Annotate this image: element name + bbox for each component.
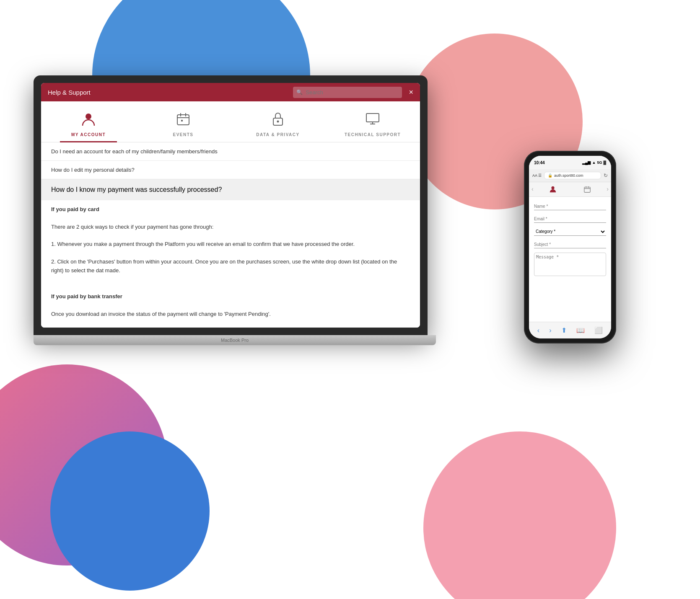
message-textarea[interactable] <box>534 253 606 276</box>
back-arrow-icon[interactable]: ‹ <box>529 184 536 195</box>
name-field <box>534 202 606 210</box>
tab-my-account[interactable]: MY ACCOUNT <box>41 111 136 142</box>
help-content: Do I need an account for each of my chil… <box>41 142 420 328</box>
refresh-icon[interactable]: ↻ <box>604 173 608 178</box>
svg-point-11 <box>552 186 555 189</box>
faq-question-2: How do I edit my personal details? <box>51 167 135 173</box>
tab-data-privacy-label: DATA & PRIVACY <box>256 132 299 137</box>
share-icon[interactable]: ⬆ <box>558 325 570 336</box>
iphone-tab-calendar[interactable] <box>570 184 604 195</box>
person-icon <box>81 111 96 130</box>
macbook-label: MacBook Pro <box>221 338 249 343</box>
category-select[interactable]: Category * <box>534 227 606 236</box>
tabs-icon[interactable]: ⬜ <box>591 325 606 336</box>
svg-rect-5 <box>181 120 183 121</box>
help-body: MY ACCOUNT <box>41 101 420 328</box>
svg-point-0 <box>86 114 91 119</box>
iphone-signals: ▂▄▆ ▲ 5G ▓ <box>582 160 606 165</box>
battery-icon: ▓ <box>603 160 606 165</box>
wifi-icon: ▲ <box>592 160 596 165</box>
browser-back-btn[interactable]: ‹ <box>534 325 543 336</box>
forward-arrow-icon[interactable]: › <box>604 184 611 195</box>
search-input[interactable] <box>293 87 402 98</box>
tab-my-account-label: MY ACCOUNT <box>71 132 106 137</box>
tab-data-privacy[interactable]: DATA & PRIVACY <box>231 111 325 142</box>
help-window: Help & Support 🔍 × <box>41 83 420 328</box>
svg-rect-8 <box>366 114 379 122</box>
search-wrapper: 🔍 <box>293 87 402 98</box>
name-input[interactable] <box>534 203 606 210</box>
signal-bars-icon: ▂▄▆ <box>582 160 591 165</box>
faq-item-2[interactable]: How do I edit my personal details? <box>41 161 420 179</box>
iphone-bottom-bar: ‹ › ⬆ 📖 ⬜ <box>529 322 611 338</box>
tab-technical-support-label: TECHNICAL SUPPORT <box>345 132 401 137</box>
subject-field <box>534 240 606 248</box>
help-tabs: MY ACCOUNT <box>41 101 420 142</box>
answer-para-1: There are 2 quick ways to check if your … <box>51 223 410 232</box>
blob-blue-bottom <box>50 431 210 591</box>
lock-icon <box>270 111 285 130</box>
iphone-body: 10:44 ▂▄▆ ▲ 5G ▓ AA ☰ 🔒 auth.sport80.com <box>524 151 616 343</box>
blob-pink-bottom <box>423 431 616 599</box>
iphone-time: 10:44 <box>534 160 582 165</box>
help-titlebar: Help & Support 🔍 × <box>41 83 420 101</box>
subject-input[interactable] <box>534 241 606 248</box>
svg-rect-12 <box>584 187 590 193</box>
url-text: auth.sport80.com <box>554 173 583 178</box>
tab-events-label: EVENTS <box>173 132 193 137</box>
message-field <box>534 253 606 278</box>
search-icon: 🔍 <box>296 89 303 95</box>
iphone-tab-person[interactable] <box>536 184 570 195</box>
tab-events[interactable]: EVENTS <box>136 111 231 142</box>
answer-para-3: 2. Click on the 'Purchases' button from … <box>51 258 410 275</box>
email-input[interactable] <box>534 215 606 223</box>
iphone-status-bar: 10:44 ▂▄▆ ▲ 5G ▓ <box>529 156 611 169</box>
category-field: Category * <box>534 227 606 236</box>
faq-item-1[interactable]: Do I need an account for each of my chil… <box>41 142 420 161</box>
aa-icon: AA ☰ <box>532 173 542 178</box>
faq-item-3-question[interactable]: How do I know my payment was successfull… <box>41 179 420 200</box>
email-field <box>534 214 606 223</box>
calendar-icon <box>176 111 191 130</box>
answer-para-2: 1. Whenever you make a payment through t… <box>51 240 410 249</box>
iphone: 10:44 ▂▄▆ ▲ 5G ▓ AA ☰ 🔒 auth.sport80.com <box>524 151 616 343</box>
macbook-screen-inner: Help & Support 🔍 × <box>41 83 420 328</box>
macbook: Help & Support 🔍 × <box>34 75 436 360</box>
faq-question-3: How do I know my payment was successfull… <box>51 186 222 193</box>
network-type: 5G <box>597 160 602 165</box>
answer-para-5: Once your payment is received by the org… <box>51 327 410 328</box>
faq-item-3-wrapper: How do I know my payment was successfull… <box>41 179 420 328</box>
close-button[interactable]: × <box>409 88 413 96</box>
bookmarks-icon[interactable]: 📖 <box>573 325 588 336</box>
faq-question-1: Do I need an account for each of my chil… <box>51 148 218 155</box>
monitor-icon <box>365 111 380 130</box>
answer-heading-1: If you paid by card <box>51 206 99 212</box>
iphone-nav-tabs: ‹ › <box>529 182 611 197</box>
svg-rect-1 <box>177 115 189 125</box>
lock-small-icon: 🔒 <box>548 173 552 178</box>
iphone-screen: 10:44 ▂▄▆ ▲ 5G ▓ AA ☰ 🔒 auth.sport80.com <box>529 156 611 338</box>
browser-forward-btn[interactable]: › <box>546 325 555 336</box>
svg-point-7 <box>277 121 279 123</box>
iphone-browser-bar: AA ☰ 🔒 auth.sport80.com ↻ <box>529 169 611 182</box>
iphone-url-bar[interactable]: 🔒 auth.sport80.com <box>544 172 601 179</box>
answer-para-4: Once you download an invoice the status … <box>51 310 410 319</box>
macbook-screen-outer: Help & Support 🔍 × <box>34 75 428 335</box>
iphone-form: Category * <box>529 197 611 322</box>
help-window-title: Help & Support <box>48 89 293 96</box>
tab-technical-support[interactable]: TECHNICAL SUPPORT <box>325 111 420 142</box>
faq-answer-3: If you paid by card There are 2 quick wa… <box>41 200 420 328</box>
macbook-base: MacBook Pro <box>34 335 436 345</box>
answer-heading-2: If you paid by bank transfer <box>51 293 122 300</box>
